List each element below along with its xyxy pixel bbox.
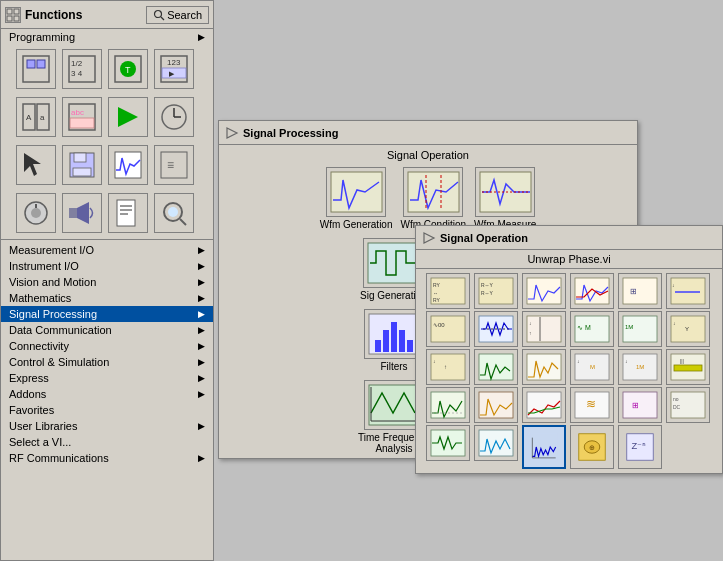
svg-rect-51 <box>408 172 459 212</box>
compare-icon[interactable]: ≡ <box>154 145 194 185</box>
measurement-io-item[interactable]: Measurement I/O ▶ <box>1 242 213 258</box>
so-icon-25[interactable] <box>426 425 470 461</box>
so-title: Signal Operation <box>440 232 528 244</box>
svg-text:↓: ↓ <box>529 320 532 326</box>
save-icon[interactable] <box>62 145 102 185</box>
numeric-icon[interactable]: 1/23 4 <box>62 49 102 89</box>
sidebar-header: Functions Search <box>1 1 213 29</box>
so-icon-16[interactable]: ↓M <box>570 349 614 385</box>
so-icon-4[interactable] <box>570 273 614 309</box>
so-icon-19[interactable] <box>426 387 470 423</box>
svg-text:3 4: 3 4 <box>71 69 83 78</box>
svg-text:↓: ↓ <box>673 320 676 326</box>
arrow-icon: ▶ <box>198 389 205 399</box>
string-icon[interactable]: abc <box>62 97 102 137</box>
struct-icon[interactable] <box>16 49 56 89</box>
svg-rect-42 <box>117 200 135 226</box>
play-icon[interactable] <box>108 97 148 137</box>
report-icon[interactable] <box>108 193 148 233</box>
svg-text:↓: ↓ <box>625 358 628 364</box>
data-communication-item[interactable]: Data Communication ▶ <box>1 322 213 338</box>
addons-item[interactable]: Addons ▶ <box>1 386 213 402</box>
so-icon-22[interactable]: ≋ <box>570 387 614 423</box>
so-icon-20[interactable] <box>474 387 518 423</box>
so-icon-15[interactable] <box>522 349 566 385</box>
so-icon-10[interactable]: ∿ M <box>570 311 614 347</box>
so-icon-11[interactable]: 1M <box>618 311 662 347</box>
svg-text:1M: 1M <box>625 324 633 330</box>
so-icon-9[interactable]: ↓↑ <box>522 311 566 347</box>
so-icon-8[interactable] <box>474 311 518 347</box>
svg-text:a: a <box>40 113 45 122</box>
arrow-icon: ▶ <box>198 32 205 42</box>
magnify-icon[interactable] <box>154 193 194 233</box>
user-libraries-item[interactable]: User Libraries ▶ <box>1 418 213 434</box>
icon-grid-row2: Aa abc <box>1 93 213 141</box>
boolean-icon[interactable]: T <box>108 49 148 89</box>
so-icon-14[interactable] <box>474 349 518 385</box>
control-simulation-item[interactable]: Control & Simulation ▶ <box>1 354 213 370</box>
so-icon-24[interactable]: noDC <box>666 387 710 423</box>
sp-section-title: Signal Operation <box>219 145 637 163</box>
svg-marker-30 <box>24 153 41 176</box>
wfm-condition-item[interactable]: Wfm Condition <box>401 167 467 230</box>
vision-motion-item[interactable]: Vision and Motion ▶ <box>1 274 213 290</box>
svg-text:↑: ↑ <box>529 330 532 336</box>
svg-rect-67 <box>407 340 413 352</box>
svg-line-5 <box>161 17 164 20</box>
clock-icon[interactable] <box>154 97 194 137</box>
so-icon-21[interactable] <box>522 387 566 423</box>
so-icon-z-n[interactable]: Z⁻ⁿ <box>618 425 662 469</box>
svg-point-47 <box>168 207 178 217</box>
arrow-icon: ▶ <box>198 357 205 367</box>
wfm-measure-icon <box>475 167 535 217</box>
so-icon-26[interactable] <box>474 425 518 461</box>
search-button[interactable]: Search <box>146 6 209 24</box>
svg-text:DC: DC <box>673 404 681 410</box>
so-icon-12[interactable]: ↓Y <box>666 311 710 347</box>
control-icon[interactable]: Aa <box>16 97 56 137</box>
cursor-icon[interactable] <box>16 145 56 185</box>
so-icon-5[interactable]: ⊞ <box>618 273 662 309</box>
so-icon-7[interactable]: ∿00 <box>426 311 470 347</box>
knob-icon[interactable] <box>16 193 56 233</box>
svg-text:RY: RY <box>433 282 441 288</box>
wfm-measure-item[interactable]: Wfm Measure <box>474 167 536 230</box>
so-icon-13[interactable]: ↓↑ <box>426 349 470 385</box>
svg-text:A: A <box>26 113 32 122</box>
svg-text:abc: abc <box>71 108 84 117</box>
programming-item[interactable]: Programming ▶ <box>1 29 213 45</box>
icon-grid-row4 <box>1 189 213 237</box>
array-icon[interactable]: 123▶ <box>154 49 194 89</box>
wfm-generation-item[interactable]: Wfm Generation <box>320 167 393 230</box>
so-icon-1[interactable]: RY↔RY <box>426 273 470 309</box>
svg-rect-17 <box>162 68 186 78</box>
so-icon-23[interactable]: ⊞ <box>618 387 662 423</box>
mathematics-item[interactable]: Mathematics ▶ <box>1 290 213 306</box>
svg-rect-127 <box>479 392 513 418</box>
signal-processing-item[interactable]: Signal Processing ▶ <box>1 306 213 322</box>
rf-communications-item[interactable]: RF Communications ▶ <box>1 450 213 466</box>
svg-marker-26 <box>118 107 138 127</box>
so-icon-6[interactable]: ↓ <box>666 273 710 309</box>
icon-grid-row3: ≡ <box>1 141 213 189</box>
so-icon-gold[interactable]: ⊕ <box>570 425 614 469</box>
svg-marker-49 <box>227 128 237 138</box>
so-icon-3[interactable] <box>522 273 566 309</box>
select-vi-item[interactable]: Select a VI... <box>1 434 213 450</box>
svg-text:no: no <box>673 396 679 402</box>
connectivity-item[interactable]: Connectivity ▶ <box>1 338 213 354</box>
so-icon-27[interactable] <box>522 425 566 469</box>
so-icon-18[interactable]: ||| <box>666 349 710 385</box>
signal-operation-panel: Signal Operation Unwrap Phase.vi RY↔RY R… <box>415 225 723 474</box>
so-icon-17[interactable]: ↓1M <box>618 349 662 385</box>
favorites-item[interactable]: Favorites <box>1 402 213 418</box>
so-icon-2[interactable]: R↔YR↔Y <box>474 273 518 309</box>
svg-rect-65 <box>391 322 397 352</box>
svg-text:⊞: ⊞ <box>630 287 637 296</box>
svg-rect-96 <box>431 316 465 342</box>
instrument-io-item[interactable]: Instrument I/O ▶ <box>1 258 213 274</box>
waveform-icon[interactable] <box>108 145 148 185</box>
audio-icon[interactable] <box>62 193 102 233</box>
express-item[interactable]: Express ▶ <box>1 370 213 386</box>
